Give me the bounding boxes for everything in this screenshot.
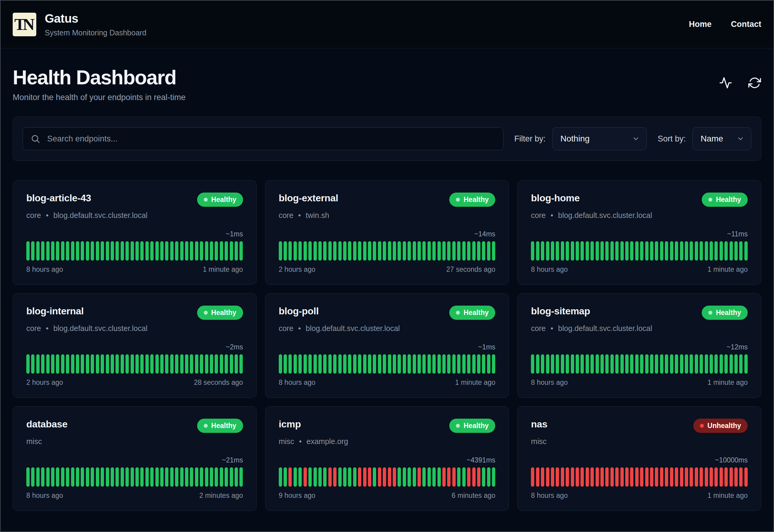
uptime-bar-up [457, 354, 460, 374]
timestamp-oldest: 8 hours ago [531, 378, 567, 387]
uptime-bar-up [140, 467, 144, 487]
uptime-bar-up [487, 354, 490, 374]
status-dot-icon [708, 198, 712, 202]
uptime-bar-up [235, 241, 238, 261]
uptime-bar-up [165, 467, 168, 487]
uptime-bar-up [566, 241, 569, 261]
uptime-bar-up [403, 467, 406, 487]
uptime-bar-down [576, 467, 579, 487]
uptime-bar-up [363, 354, 366, 374]
status-label: Healthy [716, 309, 741, 317]
endpoint-card[interactable]: blog-external Healthy core • twin.sh ~14… [265, 180, 509, 285]
card-head: blog-internal Healthy [26, 306, 243, 320]
uptime-bar-up [160, 354, 164, 374]
card-foot: 2 hours ago 27 seconds ago [279, 265, 496, 274]
uptime-bar-up [51, 241, 54, 261]
uptime-bar-up [363, 241, 366, 261]
endpoint-card[interactable]: blog-internal Healthy core • blog.defaul… [13, 293, 257, 398]
uptime-bar-up [81, 467, 84, 487]
endpoint-card[interactable]: database Healthy misc ~21ms 8 hours ago … [13, 406, 257, 511]
uptime-bar-down [650, 467, 653, 487]
endpoint-card[interactable]: icmp Healthy misc • example.org ~4391ms … [265, 406, 509, 511]
uptime-bar-down [685, 467, 688, 487]
uptime-bar-up [304, 241, 307, 261]
uptime-bar-up [724, 241, 728, 261]
nav-link-contact[interactable]: Contact [731, 20, 762, 29]
timestamp-newest: 1 minute ago [455, 378, 495, 387]
endpoint-group: misc [531, 437, 546, 446]
uptime-bar-down [383, 467, 386, 487]
timestamp-newest: 1 minute ago [707, 265, 748, 274]
uptime-bar-up [210, 354, 213, 374]
uptime-bar-up [239, 241, 243, 261]
uptime-bar-up [31, 354, 34, 374]
uptime-bar-up [135, 354, 139, 374]
endpoint-meta: core • blog.default.svc.cluster.local [279, 324, 496, 333]
activity-icon[interactable] [719, 76, 732, 89]
uptime-bar-up [428, 467, 431, 487]
endpoint-card[interactable]: nas Unhealthy misc ~10000ms 8 hours ago … [517, 406, 761, 511]
uptime-bar-up [536, 354, 539, 374]
uptime-bar-down [288, 467, 292, 487]
uptime-bar-up [705, 241, 708, 261]
endpoint-meta: misc [531, 437, 748, 446]
endpoint-card[interactable]: blog-home Healthy core • blog.default.sv… [517, 180, 761, 285]
sort-select[interactable]: Name [692, 127, 751, 150]
uptime-bar-down [467, 467, 470, 487]
card-foot: 8 hours ago 1 minute ago [531, 378, 748, 387]
uptime-bar-up [225, 241, 228, 261]
uptime-bar-down [304, 467, 307, 487]
uptime-bar-down [700, 467, 703, 487]
uptime-bar-down [680, 467, 683, 487]
uptime-bar-up [111, 241, 114, 261]
endpoint-card[interactable]: blog-poll Healthy core • blog.default.sv… [265, 293, 509, 398]
status-dot-icon [456, 424, 460, 428]
endpoint-host: blog.default.svc.cluster.local [306, 324, 400, 333]
search-input[interactable] [23, 127, 503, 150]
uptime-bar-up [125, 467, 129, 487]
uptime-bar-up [442, 241, 446, 261]
uptime-bar-up [145, 241, 149, 261]
uptime-bar-up [66, 354, 69, 374]
page-head: Health Dashboard Monitor the health of y… [13, 67, 761, 102]
endpoint-meta: core • blog.default.svc.cluster.local [531, 324, 748, 333]
uptime-bar-up [457, 241, 460, 261]
endpoint-card[interactable]: blog-article-43 Healthy core • blog.defa… [13, 180, 257, 285]
uptime-bar-up [403, 241, 406, 261]
uptime-bar-up [695, 241, 698, 261]
endpoint-host: blog.default.svc.cluster.local [53, 324, 147, 333]
refresh-icon[interactable] [748, 76, 761, 89]
uptime-bar-up [730, 354, 733, 374]
uptime-bar-up [36, 241, 40, 261]
card-head: nas Unhealthy [531, 419, 748, 433]
endpoint-card[interactable]: blog-sitemap Healthy core • blog.default… [517, 293, 761, 398]
uptime-bar-up [675, 354, 678, 374]
status-label: Healthy [463, 196, 489, 204]
uptime-bar-up [744, 354, 748, 374]
uptime-bar-up [195, 354, 198, 374]
uptime-bar-up [452, 354, 456, 374]
uptime-bar-up [393, 354, 396, 374]
uptime-bar-up [96, 354, 99, 374]
uptime-bar-up [125, 354, 129, 374]
uptime-bar-up [180, 467, 184, 487]
uptime-bar-up [398, 241, 401, 261]
nav-link-home[interactable]: Home [689, 20, 711, 29]
card-foot: 2 hours ago 28 seconds ago [26, 378, 243, 387]
uptime-bar-up [739, 354, 743, 374]
card-head: blog-sitemap Healthy [531, 306, 748, 320]
uptime-bar-up [720, 241, 723, 261]
uptime-bar-up [323, 467, 327, 487]
filter-select[interactable]: Nothing [552, 127, 647, 150]
uptime-bar-up [388, 354, 391, 374]
uptime-bar-up [695, 354, 698, 374]
uptime-bar-up [235, 354, 238, 374]
uptime-bar-up [106, 354, 109, 374]
uptime-bar-up [235, 467, 238, 487]
status-badge: Healthy [449, 306, 495, 320]
uptime-bar-up [61, 241, 64, 261]
uptime-bar-up [91, 354, 94, 374]
uptime-bar-down [640, 467, 643, 487]
uptime-bar-up [665, 241, 668, 261]
uptime-bar-up [600, 354, 604, 374]
